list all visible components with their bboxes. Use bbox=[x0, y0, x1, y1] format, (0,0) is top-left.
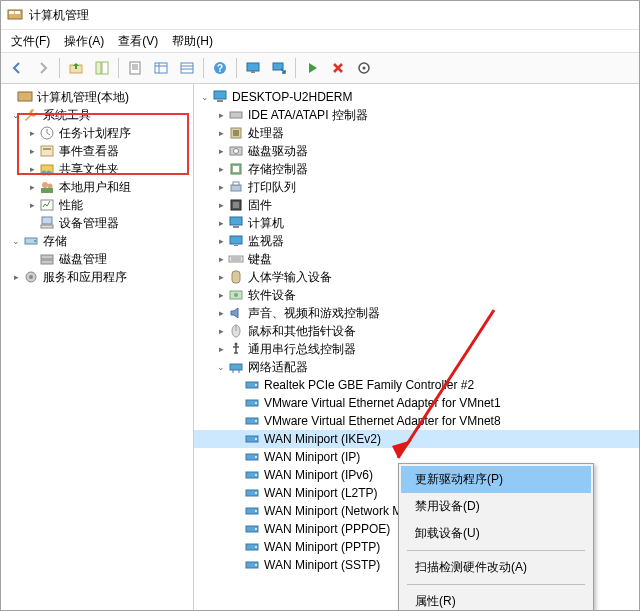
menu-view[interactable]: 查看(V) bbox=[112, 31, 164, 52]
expander-icon[interactable]: ▸ bbox=[214, 234, 228, 248]
toolbar-play[interactable] bbox=[300, 56, 324, 80]
network-adapter-item[interactable]: VMware Virtual Ethernet Adapter for VMne… bbox=[194, 394, 639, 412]
left-local-users[interactable]: ▸ 本地用户和组 bbox=[1, 178, 193, 196]
left-device-manager[interactable]: ▸ 设备管理器 bbox=[1, 214, 193, 232]
device-category-network[interactable]: ⌄网络适配器 bbox=[194, 358, 639, 376]
expander-icon[interactable]: ▸ bbox=[214, 342, 228, 356]
toolbar-show-hide[interactable] bbox=[90, 56, 114, 80]
storage-icon bbox=[23, 233, 39, 249]
menu-scan-hardware[interactable]: 扫描检测硬件改动(A) bbox=[401, 554, 591, 581]
services-icon bbox=[23, 269, 39, 285]
network-icon bbox=[228, 359, 244, 375]
menu-update-driver[interactable]: 更新驱动程序(P) bbox=[401, 466, 591, 493]
svg-rect-58 bbox=[234, 245, 238, 246]
device-category-usb[interactable]: ▸通用串行总线控制器 bbox=[194, 340, 639, 358]
expander-icon[interactable]: ▸ bbox=[214, 180, 228, 194]
expander-icon[interactable]: ▸ bbox=[214, 252, 228, 266]
firmware-icon bbox=[228, 197, 244, 213]
menu-uninstall-device[interactable]: 卸载设备(U) bbox=[401, 520, 591, 547]
body: ▸ 计算机管理(本地) ⌄ 系统工具 ▸ 任务计划程序 ▸ 事件查看器 bbox=[1, 84, 639, 611]
left-task-scheduler[interactable]: ▸ 任务计划程序 bbox=[1, 124, 193, 142]
svg-point-22 bbox=[363, 67, 366, 70]
device-category-audio[interactable]: ▸声音、视频和游戏控制器 bbox=[194, 304, 639, 322]
toolbar-list[interactable] bbox=[175, 56, 199, 80]
toolbar-forward[interactable] bbox=[31, 56, 55, 80]
left-services-apps[interactable]: ▸ 服务和应用程序 bbox=[1, 268, 193, 286]
svg-point-80 bbox=[255, 456, 257, 458]
menu-file[interactable]: 文件(F) bbox=[5, 31, 56, 52]
expander-icon[interactable]: ▸ bbox=[214, 108, 228, 122]
network-adapter-item[interactable]: Realtek PCIe GBE Family Controller #2 bbox=[194, 376, 639, 394]
device-category-hid[interactable]: ▸人体学输入设备 bbox=[194, 268, 639, 286]
toolbar-properties[interactable] bbox=[123, 56, 147, 80]
expander-icon[interactable]: ⌄ bbox=[9, 108, 23, 122]
expander-icon[interactable]: ▸ bbox=[9, 270, 23, 284]
network-adapter-icon bbox=[244, 521, 260, 537]
svg-rect-33 bbox=[41, 200, 53, 210]
device-category-disk[interactable]: ▸磁盘驱动器 bbox=[194, 142, 639, 160]
menu-action[interactable]: 操作(A) bbox=[58, 31, 110, 52]
svg-rect-44 bbox=[230, 112, 242, 118]
ide-icon bbox=[228, 107, 244, 123]
expander-icon[interactable]: ▸ bbox=[25, 180, 39, 194]
network-adapter-item[interactable]: VMware Virtual Ethernet Adapter for VMne… bbox=[194, 412, 639, 430]
menu-help[interactable]: 帮助(H) bbox=[166, 31, 219, 52]
expander-icon[interactable]: ▸ bbox=[214, 324, 228, 338]
left-event-viewer[interactable]: ▸ 事件查看器 bbox=[1, 142, 193, 160]
expander-icon[interactable]: ▸ bbox=[25, 144, 39, 158]
svg-rect-13 bbox=[181, 63, 193, 73]
left-tree-pane: ▸ 计算机管理(本地) ⌄ 系统工具 ▸ 任务计划程序 ▸ 事件查看器 bbox=[1, 84, 194, 611]
device-category-monitors[interactable]: ▸监视器 bbox=[194, 232, 639, 250]
expander-icon[interactable]: ▸ bbox=[25, 198, 39, 212]
toolbar-back[interactable] bbox=[5, 56, 29, 80]
toolbar-table[interactable] bbox=[149, 56, 173, 80]
toolbar-sep bbox=[295, 58, 296, 78]
left-shared-folders[interactable]: ▸ 共享文件夹 bbox=[1, 160, 193, 178]
svg-point-30 bbox=[42, 182, 48, 188]
svg-rect-32 bbox=[41, 188, 53, 193]
expander-icon[interactable]: ⌄ bbox=[9, 234, 23, 248]
toolbar-target[interactable] bbox=[352, 56, 376, 80]
svg-point-28 bbox=[42, 171, 47, 176]
expander-icon[interactable]: ▸ bbox=[214, 162, 228, 176]
left-performance[interactable]: ▸ 性能 bbox=[1, 196, 193, 214]
device-category-computers[interactable]: ▸计算机 bbox=[194, 214, 639, 232]
expander-icon[interactable]: ▸ bbox=[214, 126, 228, 140]
toolbar-monitor-arrow[interactable] bbox=[267, 56, 291, 80]
left-storage[interactable]: ⌄ 存储 bbox=[1, 232, 193, 250]
expander-icon[interactable]: ▸ bbox=[214, 144, 228, 158]
network-adapter-icon bbox=[244, 413, 260, 429]
network-adapter-icon bbox=[244, 557, 260, 573]
toolbar-up[interactable] bbox=[64, 56, 88, 80]
svg-rect-5 bbox=[102, 62, 108, 74]
menu-properties[interactable]: 属性(R) bbox=[401, 588, 591, 611]
toolbar-delete[interactable] bbox=[326, 56, 350, 80]
device-root[interactable]: ⌄ DESKTOP-U2HDERM bbox=[194, 88, 639, 106]
device-category-ide[interactable]: ▸IDE ATA/ATAPI 控制器 bbox=[194, 106, 639, 124]
left-disk-management[interactable]: 磁盘管理 bbox=[1, 250, 193, 268]
device-category-keyboards[interactable]: ▸键盘 bbox=[194, 250, 639, 268]
expander-icon[interactable]: ▸ bbox=[214, 288, 228, 302]
expander-icon[interactable]: ⌄ bbox=[198, 90, 212, 104]
toolbar-help[interactable]: ? bbox=[208, 56, 232, 80]
device-category-print_queue[interactable]: ▸打印队列 bbox=[194, 178, 639, 196]
expander-icon[interactable]: ▸ bbox=[25, 126, 39, 140]
device-category-storage_ctrl[interactable]: ▸存储控制器 bbox=[194, 160, 639, 178]
menu-disable-device[interactable]: 禁用设备(D) bbox=[401, 493, 591, 520]
expander-icon[interactable]: ⌄ bbox=[214, 360, 228, 374]
svg-point-72 bbox=[255, 384, 257, 386]
expander-icon[interactable]: ▸ bbox=[214, 198, 228, 212]
expander-icon[interactable]: ▸ bbox=[25, 162, 39, 176]
device-category-firmware[interactable]: ▸固件 bbox=[194, 196, 639, 214]
expander-icon[interactable]: ▸ bbox=[214, 216, 228, 230]
svg-point-90 bbox=[255, 546, 257, 548]
toolbar-monitor[interactable] bbox=[241, 56, 265, 80]
left-system-tools[interactable]: ⌄ 系统工具 bbox=[1, 106, 193, 124]
expander-icon[interactable]: ▸ bbox=[214, 306, 228, 320]
left-root[interactable]: ▸ 计算机管理(本地) bbox=[1, 88, 193, 106]
device-category-cpu[interactable]: ▸处理器 bbox=[194, 124, 639, 142]
network-adapter-item[interactable]: WAN Miniport (IKEv2) bbox=[194, 430, 639, 448]
device-category-software_dev[interactable]: ▸软件设备 bbox=[194, 286, 639, 304]
expander-icon[interactable]: ▸ bbox=[214, 270, 228, 284]
device-category-mouse[interactable]: ▸鼠标和其他指针设备 bbox=[194, 322, 639, 340]
